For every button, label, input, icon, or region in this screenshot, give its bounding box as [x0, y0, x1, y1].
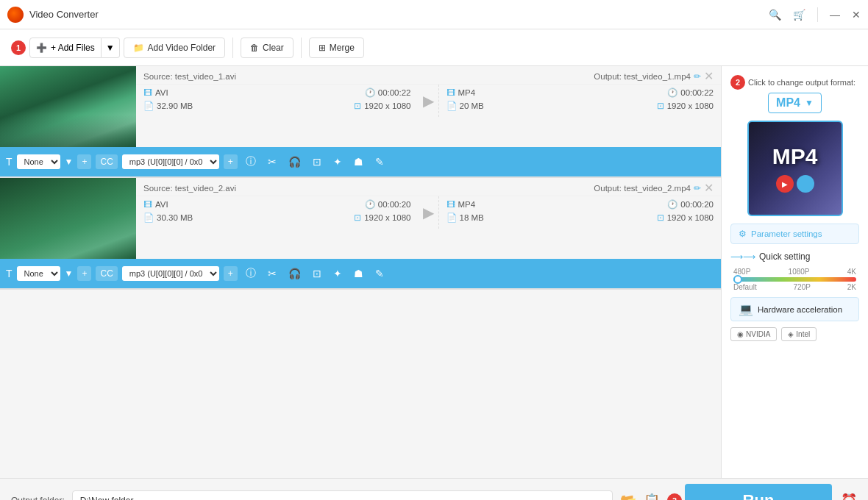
output-path-input[interactable]: [72, 490, 613, 501]
run-button[interactable]: Run: [685, 484, 832, 501]
add-files-label: + Add Files: [51, 43, 95, 53]
add-files-dropdown-arrow[interactable]: ▼: [102, 38, 120, 58]
format-select-row: MP4 ▼: [730, 93, 859, 113]
close-button[interactable]: ✕: [852, 9, 861, 21]
file-item-content: Source: test_video_1.avi Output: test_vi…: [0, 66, 721, 147]
arrow-icon: ▶: [419, 85, 438, 117]
subtitle-bar-2: T None ▼ + CC mp3 (U[0][0][0] / 0x0 + ⓘ …: [0, 259, 721, 288]
cut-button-2[interactable]: ✂: [264, 265, 280, 282]
output-folder-label: Output folder:: [11, 496, 65, 501]
label-default: Default: [733, 283, 757, 291]
bottom-bar: Output folder: 📂 📋 3 Run ⏰: [0, 478, 868, 500]
file-details-2: Source: test_video_2.avi Output: test_vi…: [136, 178, 721, 259]
audio-select[interactable]: mp3 (U[0][0][0] / 0x0: [122, 154, 219, 169]
source-label: Source: test_video_1.avi: [143, 72, 236, 81]
source-format: AVI: [155, 88, 168, 97]
add-audio-button[interactable]: +: [224, 154, 238, 169]
audio-button[interactable]: 🎧: [285, 154, 305, 170]
clock-icon-2: 🕐: [365, 199, 375, 210]
clear-label: Clear: [263, 43, 284, 53]
merge-button[interactable]: ⊞ Merge: [309, 38, 364, 58]
res-icon-2: ⊡: [354, 213, 361, 223]
crop-button[interactable]: ⊡: [309, 154, 325, 170]
close-icon[interactable]: ✕: [704, 71, 714, 82]
add-video-folder-button[interactable]: 📁 Add Video Folder: [124, 38, 226, 58]
res-icon: ⊡: [354, 101, 361, 111]
format-selector[interactable]: MP4 ▼: [768, 93, 822, 113]
add-files-group: ➕ + Add Files ▼: [29, 38, 120, 58]
cc-button[interactable]: CC: [96, 154, 117, 169]
intel-badge[interactable]: ◈ Intel: [781, 327, 817, 341]
output-meta: 🎞 MP4 🕐 00:00:22 📄 20 MB ⊡: [438, 85, 722, 117]
hw-accel-label: Hardware acceleration: [758, 305, 842, 314]
audio-select-2[interactable]: mp3 (U[0][0][0] / 0x0: [122, 266, 219, 281]
app-title: Video Converter: [29, 9, 99, 20]
step2-badge: 2: [730, 75, 745, 90]
file-item: Source: test_video_1.avi Output: test_vi…: [0, 66, 721, 178]
effect-button-2[interactable]: ✦: [330, 265, 346, 282]
out-clock-icon-2: 🕐: [667, 199, 677, 210]
quality-top-labels: 480P 1080P 4K: [733, 268, 856, 276]
export-button[interactable]: 📋: [644, 493, 660, 501]
audio-button-2[interactable]: 🎧: [285, 265, 305, 282]
crop-button-2[interactable]: ⊡: [309, 265, 325, 282]
cc-button-2[interactable]: CC: [96, 266, 117, 281]
subtitle-select-2[interactable]: None: [17, 266, 60, 281]
source-res: 1920 x 1080: [364, 101, 410, 110]
cut-button[interactable]: ✂: [264, 154, 280, 170]
step3-badge: 3: [667, 493, 682, 501]
quality-slider-track[interactable]: [733, 277, 856, 282]
toolbar: 1 ➕ + Add Files ▼ 📁 Add Video Folder 🗑 C…: [0, 29, 868, 66]
film-dot2: [797, 175, 814, 193]
info-button-2[interactable]: ⓘ: [242, 265, 260, 282]
merge-icon: ⊞: [319, 43, 326, 53]
watermark-button[interactable]: ☗: [350, 154, 367, 170]
output-meta-2: 🎞 MP4 🕐 00:00:20 📄 18 MB ⊡: [438, 196, 722, 229]
format-preview: MP4 ▶: [747, 121, 843, 216]
edit-button-2[interactable]: ✎: [371, 265, 388, 282]
minimize-button[interactable]: —: [830, 9, 840, 21]
format-label: MP4: [776, 96, 800, 110]
nvidia-badge[interactable]: ◉ NVIDIA: [730, 327, 777, 341]
add-subtitle-button-2[interactable]: +: [77, 266, 91, 281]
separator: [232, 38, 233, 58]
subtitle-select[interactable]: None: [17, 154, 60, 169]
add-video-folder-label: Add Video Folder: [148, 43, 216, 53]
info-button[interactable]: ⓘ: [242, 153, 260, 171]
source-duration-2: 00:00:20: [378, 200, 411, 209]
output-label-2: Output: test_video_2.mp4: [594, 184, 691, 193]
intel-icon: ◈: [788, 330, 794, 338]
browse-folder-button[interactable]: 📂: [620, 493, 636, 501]
watermark-button-2[interactable]: ☗: [350, 265, 367, 282]
hardware-acceleration-button[interactable]: 💻 Hardware acceleration: [730, 297, 859, 321]
clear-button[interactable]: 🗑 Clear: [241, 38, 294, 58]
out-format-icon: 🎞: [447, 88, 455, 97]
cart-icon[interactable]: 🛒: [793, 9, 805, 21]
file-list: Source: test_video_1.avi Output: test_vi…: [0, 66, 721, 478]
label-4k: 4K: [847, 268, 856, 276]
edit-button[interactable]: ✎: [371, 154, 388, 170]
effect-button[interactable]: ✦: [330, 154, 346, 170]
alarm-button[interactable]: ⏰: [841, 493, 857, 501]
param-settings-label: Parameter settings: [751, 229, 822, 238]
search-icon[interactable]: 🔍: [769, 9, 781, 21]
add-audio-button-2[interactable]: +: [224, 266, 238, 281]
parameter-settings-button[interactable]: ⚙ Parameter settings: [730, 224, 859, 244]
output-size-2: 18 MB: [460, 213, 484, 222]
close-icon-2[interactable]: ✕: [704, 182, 714, 194]
app-icon: [7, 7, 24, 23]
text-icon: T: [6, 156, 13, 168]
chip-icon: 💻: [739, 302, 753, 316]
add-subtitle-button[interactable]: +: [77, 154, 91, 169]
quality-thumb[interactable]: [733, 275, 742, 284]
file-meta-2: 🎞 AVI 🕐 00:00:20 📄 30.30 MB ⊡: [136, 196, 721, 229]
sub-dropdown-arrow[interactable]: ▼: [65, 157, 74, 167]
out-res-icon: ⊡: [657, 101, 664, 111]
quality-bottom-labels: Default 720P 2K: [733, 283, 856, 291]
sub-dropdown-arrow-2[interactable]: ▼: [65, 268, 74, 279]
add-files-button[interactable]: ➕ + Add Files: [29, 38, 102, 58]
folder-icon: 📁: [133, 43, 144, 53]
edit-icon-2[interactable]: ✏: [694, 183, 701, 193]
file-thumbnail: [0, 66, 136, 147]
edit-icon[interactable]: ✏: [694, 71, 701, 82]
